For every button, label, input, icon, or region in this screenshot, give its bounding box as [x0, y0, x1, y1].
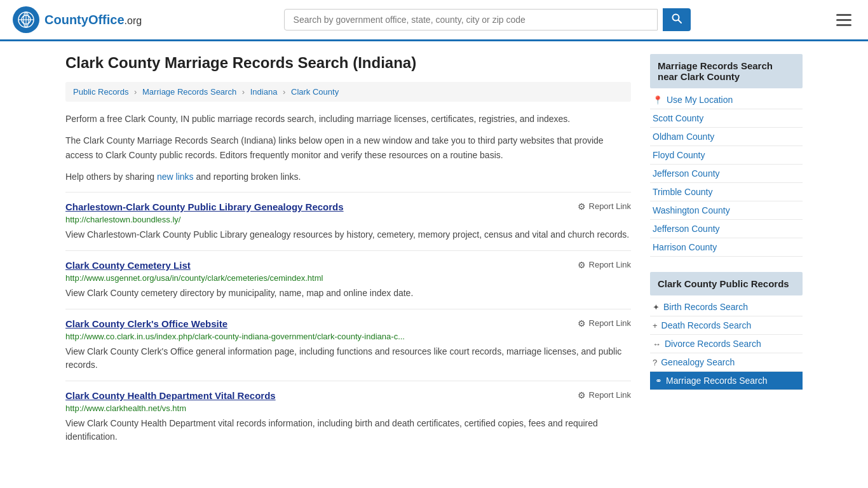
report-icon: ⚙ [578, 201, 586, 212]
intro-paragraph-3-suffix: and reporting broken links. [194, 172, 301, 182]
sidebar-item-harrison-county[interactable]: Harrison County [650, 238, 803, 257]
report-icon: ⚙ [578, 318, 586, 329]
intro-paragraph-3: Help others by sharing new links and rep… [65, 170, 631, 184]
main-wrapper: Clark County Marriage Records Search (In… [53, 41, 815, 465]
report-link-label: Report Link [589, 390, 631, 400]
sidebar-item-label[interactable]: Scott County [653, 113, 703, 123]
sidebar-item-label[interactable]: Divorce Records Search [665, 339, 761, 349]
sidebar-item-death-records[interactable]: + Death Records Search [650, 316, 803, 335]
intro-paragraph-3-prefix: Help others by sharing [65, 172, 157, 182]
logo-area: CountyOffice.org [13, 6, 142, 33]
record-description: View Clark County Clerk's Office general… [65, 345, 631, 372]
record-url: http://www.clarkhealth.net/vs.htm [65, 403, 631, 413]
genealogy-icon: ? [653, 358, 657, 367]
sidebar-item-label[interactable]: Jefferson County [653, 224, 720, 234]
marriage-icon: ⚭ [655, 376, 662, 386]
sidebar-item-label[interactable]: Use My Location [667, 95, 733, 105]
sidebar-item-scott-county[interactable]: Scott County [650, 109, 803, 128]
location-icon: 📍 [653, 95, 663, 105]
breadcrumb-link-indiana[interactable]: Indiana [250, 87, 278, 97]
sidebar-item-label[interactable]: Birth Records Search [663, 302, 748, 312]
birth-icon: ✦ [653, 302, 660, 312]
sidebar-item-label[interactable]: Genealogy Search [661, 357, 735, 367]
record-item-header: Charlestown-Clark County Public Library … [65, 201, 631, 212]
record-item-header: Clark County Health Department Vital Rec… [65, 390, 631, 401]
sidebar-item-label[interactable]: Death Records Search [661, 320, 752, 330]
sidebar-item-trimble-county[interactable]: Trimble County [650, 183, 803, 201]
record-item-header: Clark County Cemetery List ⚙ Report Link [65, 260, 631, 271]
new-links-link[interactable]: new links [157, 172, 194, 182]
site-header: CountyOffice.org [0, 0, 868, 41]
hamburger-line [836, 24, 851, 26]
breadcrumb: Public Records › Marriage Records Search… [65, 82, 631, 102]
record-title-link[interactable]: Charlestown-Clark County Public Library … [65, 201, 344, 212]
sidebar-item-label[interactable]: Floyd County [653, 150, 705, 160]
divorce-icon: ↔ [653, 339, 661, 349]
record-url: http://www.usgennet.org/usa/in/county/cl… [65, 273, 631, 283]
sidebar-item-washington-county[interactable]: Washington County [650, 201, 803, 220]
sidebar-item-divorce-records[interactable]: ↔ Divorce Records Search [650, 335, 803, 353]
content-area: Clark County Marriage Records Search (In… [65, 54, 631, 452]
sidebar-item-genealogy[interactable]: ? Genealogy Search [650, 353, 803, 372]
death-icon: + [653, 321, 658, 330]
breadcrumb-link-clark-county[interactable]: Clark County [291, 87, 339, 97]
report-link-label: Report Link [589, 201, 631, 211]
sidebar-item-label[interactable]: Jefferson County [653, 168, 720, 179]
breadcrumb-link-public-records[interactable]: Public Records [73, 87, 128, 97]
sidebar-item-label[interactable]: Harrison County [653, 242, 717, 252]
report-link-button[interactable]: ⚙ Report Link [578, 260, 631, 270]
intro-paragraph-2: The Clark County Marriage Records Search… [65, 133, 631, 162]
hamburger-menu-button[interactable] [832, 10, 855, 30]
report-link-button[interactable]: ⚙ Report Link [578, 318, 631, 329]
sidebar-item-marriage-records[interactable]: ⚭ Marriage Records Search [650, 372, 803, 390]
sidebar-item-label[interactable]: Washington County [653, 205, 730, 215]
search-button[interactable] [663, 8, 691, 31]
report-icon: ⚙ [578, 390, 586, 400]
public-records-section: Clark County Public Records ✦ Birth Reco… [650, 272, 803, 390]
public-records-section-title: Clark County Public Records [650, 272, 803, 295]
sidebar-item-label[interactable]: Marriage Records Search [666, 376, 768, 386]
report-link-button[interactable]: ⚙ Report Link [578, 390, 631, 400]
sidebar-item-jefferson-county-1[interactable]: Jefferson County [650, 165, 803, 183]
public-records-list: ✦ Birth Records Search + Death Records S… [650, 298, 803, 390]
sidebar-item-use-my-location[interactable]: 📍 Use My Location [650, 91, 803, 109]
sidebar-item-floyd-county[interactable]: Floyd County [650, 146, 803, 165]
logo-icon [13, 6, 39, 33]
report-icon: ⚙ [578, 260, 586, 270]
sidebar: Marriage Records Search near Clark Count… [650, 54, 803, 452]
page-title: Clark County Marriage Records Search (In… [65, 54, 631, 72]
search-input[interactable] [284, 9, 658, 30]
logo-text: CountyOffice.org [44, 13, 142, 27]
sidebar-item-birth-records[interactable]: ✦ Birth Records Search [650, 298, 803, 316]
sidebar-item-label[interactable]: Oldham County [653, 132, 714, 142]
breadcrumb-link-marriage-records[interactable]: Marriage Records Search [142, 87, 236, 97]
record-item: Clark County Clerk's Office Website ⚙ Re… [65, 309, 631, 381]
nearby-section-title: Marriage Records Search near Clark Count… [650, 54, 803, 88]
breadcrumb-sep: › [283, 87, 285, 97]
record-item: Charlestown-Clark County Public Library … [65, 192, 631, 250]
breadcrumb-sep: › [242, 87, 245, 97]
search-area [284, 8, 691, 31]
sidebar-item-jefferson-county-2[interactable]: Jefferson County [650, 220, 803, 238]
report-link-label: Report Link [589, 318, 631, 328]
intro-paragraph-1: Perform a free Clark County, IN public m… [65, 112, 631, 126]
record-item: Clark County Cemetery List ⚙ Report Link… [65, 250, 631, 309]
sidebar-item-oldham-county[interactable]: Oldham County [650, 128, 803, 146]
breadcrumb-sep: › [134, 87, 137, 97]
hamburger-line [836, 19, 851, 21]
sidebar-item-label[interactable]: Trimble County [653, 187, 712, 197]
record-description: View Clark County cemetery directory by … [65, 287, 631, 300]
record-title-link[interactable]: Clark County Cemetery List [65, 260, 191, 271]
record-item-header: Clark County Clerk's Office Website ⚙ Re… [65, 318, 631, 329]
svg-line-6 [678, 20, 681, 24]
record-title-link[interactable]: Clark County Clerk's Office Website [65, 318, 227, 329]
record-url: http://www.co.clark.in.us/index.php/clar… [65, 332, 631, 341]
record-url: http://charlestown.boundless.ly/ [65, 215, 631, 224]
report-link-label: Report Link [589, 260, 631, 269]
records-list: Charlestown-Clark County Public Library … [65, 192, 631, 452]
record-title-link[interactable]: Clark County Health Department Vital Rec… [65, 390, 276, 401]
report-link-button[interactable]: ⚙ Report Link [578, 201, 631, 212]
record-item: Clark County Health Department Vital Rec… [65, 381, 631, 452]
nearby-list: 📍 Use My Location Scott County Oldham Co… [650, 91, 803, 257]
record-description: View Clark County Health Department vita… [65, 417, 631, 444]
